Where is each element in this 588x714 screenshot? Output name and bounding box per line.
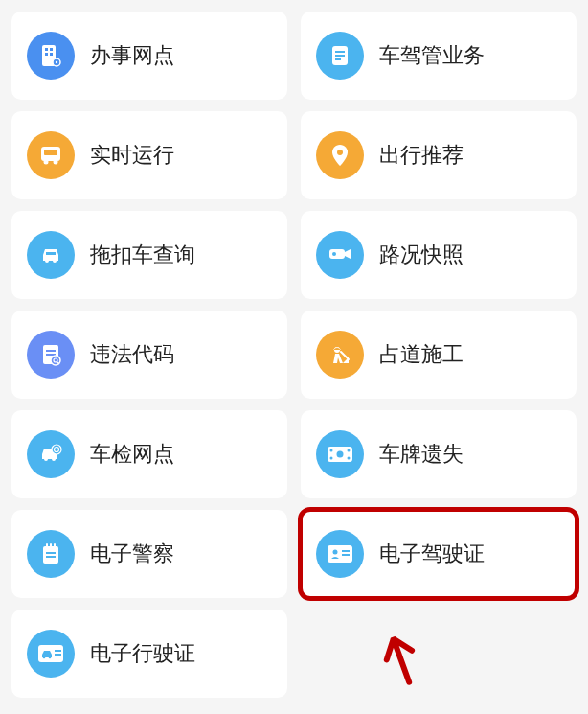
menu-item-inspection-points[interactable]: 车检网点 <box>11 410 287 498</box>
svg-rect-19 <box>329 249 345 259</box>
pin-icon <box>316 131 364 179</box>
menu-item-travel-recommend[interactable]: 出行推荐 <box>301 111 577 199</box>
svg-point-6 <box>56 61 57 63</box>
menu-item-label: 车驾管业务 <box>379 41 485 70</box>
svg-point-34 <box>330 457 333 460</box>
notepad-icon <box>27 530 75 578</box>
menu-item-violation-code[interactable]: 违法代码 <box>11 311 287 399</box>
menu-item-service-points[interactable]: 办事网点 <box>11 12 287 100</box>
svg-rect-9 <box>335 55 345 57</box>
svg-point-13 <box>44 160 49 165</box>
svg-rect-8 <box>335 51 345 53</box>
plate-icon <box>316 430 364 478</box>
svg-point-27 <box>44 457 48 461</box>
car-card-icon <box>27 630 75 678</box>
svg-point-36 <box>337 451 344 458</box>
svg-rect-41 <box>46 552 56 554</box>
worker-icon <box>316 331 364 379</box>
svg-point-14 <box>54 160 58 165</box>
svg-point-16 <box>45 259 49 263</box>
menu-item-e-driver-license[interactable]: 电子驾驶证 <box>301 510 577 598</box>
svg-rect-37 <box>43 546 58 564</box>
svg-rect-38 <box>46 543 48 548</box>
menu-item-realtime[interactable]: 实时运行 <box>11 111 287 199</box>
menu-item-label: 违法代码 <box>90 340 174 369</box>
clipboard-icon <box>27 331 75 379</box>
svg-rect-4 <box>50 53 53 56</box>
svg-point-20 <box>332 252 336 256</box>
menu-item-label: 拖扣车查询 <box>90 241 195 269</box>
car-check-icon <box>27 430 75 478</box>
menu-item-plate-lost[interactable]: 车牌遗失 <box>301 410 577 498</box>
menu-item-label: 电子驾驶证 <box>379 540 485 568</box>
svg-point-28 <box>52 457 56 461</box>
car-icon <box>27 231 75 279</box>
svg-rect-51 <box>55 654 61 656</box>
menu-item-e-police[interactable]: 电子警察 <box>11 510 287 598</box>
menu-item-vehicle-business[interactable]: 车驾管业务 <box>301 12 577 100</box>
svg-rect-3 <box>45 53 48 56</box>
svg-rect-2 <box>50 48 53 51</box>
bus-icon <box>27 131 75 179</box>
svg-rect-10 <box>335 58 341 60</box>
svg-point-44 <box>333 550 338 555</box>
svg-rect-45 <box>342 550 350 552</box>
svg-rect-12 <box>44 150 57 155</box>
svg-point-49 <box>49 656 52 659</box>
menu-item-road-snapshot[interactable]: 路况快照 <box>301 211 577 299</box>
menu-item-label: 办事网点 <box>90 41 174 70</box>
svg-rect-50 <box>55 650 61 652</box>
menu-item-label: 实时运行 <box>90 141 174 170</box>
svg-rect-39 <box>50 543 52 548</box>
svg-rect-1 <box>45 48 48 51</box>
svg-point-35 <box>348 457 351 460</box>
menu-item-label: 路况快照 <box>379 241 464 269</box>
menu-item-label: 车检网点 <box>90 440 174 469</box>
svg-rect-22 <box>46 350 56 352</box>
building-icon <box>27 32 75 80</box>
menu-item-label: 出行推荐 <box>379 141 464 170</box>
svg-point-32 <box>330 449 333 452</box>
svg-point-15 <box>337 150 343 155</box>
svg-rect-46 <box>342 554 350 556</box>
camera-icon <box>316 231 364 279</box>
id-card-icon <box>316 530 364 578</box>
svg-rect-42 <box>46 556 56 558</box>
menu-item-label: 占道施工 <box>379 340 464 369</box>
file-icon <box>316 32 364 80</box>
menu-grid: 办事网点车驾管业务实时运行出行推荐拖扣车查询路况快照违法代码占道施工车检网点车牌… <box>11 12 577 698</box>
menu-item-tow-query[interactable]: 拖扣车查询 <box>11 211 287 299</box>
svg-point-33 <box>348 449 351 452</box>
svg-point-48 <box>43 656 46 659</box>
menu-item-label: 车牌遗失 <box>379 440 464 469</box>
menu-item-label: 电子行驶证 <box>90 639 195 668</box>
menu-item-road-construction[interactable]: 占道施工 <box>301 311 577 399</box>
menu-item-e-vehicle-license[interactable]: 电子行驶证 <box>11 610 287 698</box>
svg-rect-40 <box>54 543 56 548</box>
svg-rect-18 <box>46 252 56 255</box>
svg-point-17 <box>53 259 57 263</box>
menu-item-label: 电子警察 <box>90 540 174 568</box>
